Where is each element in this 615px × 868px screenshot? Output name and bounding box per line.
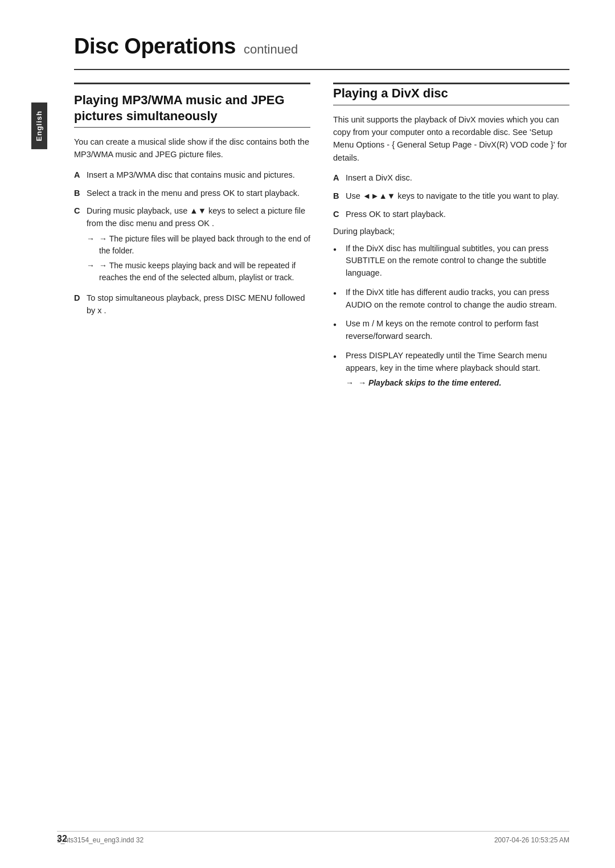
list-item: ● Use m / M keys on the remote control t…	[333, 318, 569, 343]
right-step-letter-a: A	[333, 172, 346, 185]
right-column: Playing a DivX disc This unit supports t…	[333, 83, 569, 399]
right-step-letter-b: B	[333, 190, 346, 203]
step-text-a: Insert a MP3/WMA disc that contains musi…	[87, 169, 310, 182]
during-playback-label: During playback;	[333, 227, 569, 236]
bullet-list: ● If the DivX disc has multilingual subt…	[333, 243, 569, 392]
left-section-rule-bottom	[74, 127, 310, 128]
step-c-main: During music playback, use ▲▼ keys to se…	[87, 206, 305, 228]
page-title: Disc Operations	[74, 34, 236, 59]
bullet-text-4-main: Press DISPLAY repeatedly until the Time …	[346, 351, 547, 372]
list-item: ● Press DISPLAY repeatedly until the Tim…	[333, 350, 569, 392]
right-step-text-b: Use ◄►▲▼ keys to navigate to the title y…	[346, 190, 569, 203]
page-header: Disc Operations continued	[74, 34, 569, 59]
right-section-title: Playing a DivX disc	[333, 85, 569, 101]
list-item: D To stop simultaneous playback, press D…	[74, 292, 310, 317]
step-letter-a: A	[74, 169, 87, 182]
left-steps-list: A Insert a MP3/WMA disc that contains mu…	[74, 169, 310, 317]
final-arrow-note: → → Playback skips to the time entered.	[346, 377, 569, 389]
bullet-text-2: If the DivX title has different audio tr…	[346, 286, 569, 312]
arrow-symbol-2: →	[87, 260, 99, 272]
step-letter-c: C	[74, 205, 87, 218]
right-step-letter-c: C	[333, 208, 346, 221]
arrow-text-2: → The music keeps playing back and will …	[99, 260, 310, 284]
list-item: C Press OK to start playback.	[333, 208, 569, 221]
step-letter-d: D	[74, 292, 87, 305]
right-intro: This unit supports the playback of DivX …	[333, 113, 569, 165]
bullet-text-1: If the DivX disc has multilingual subtit…	[346, 243, 569, 280]
list-item: ● If the DivX disc has multilingual subt…	[333, 243, 569, 280]
left-intro: You can create a musical slide show if t…	[74, 136, 310, 161]
list-item: B Use ◄►▲▼ keys to navigate to the title…	[333, 190, 569, 203]
step-text-d: To stop simultaneous playback, press DIS…	[87, 292, 310, 317]
side-label: English	[31, 103, 47, 149]
arrow-note-1: → → The picture files will be played bac…	[87, 233, 310, 257]
bullet-symbol-1: ●	[333, 243, 346, 253]
right-steps-list: A Insert a DivX disc. B Use ◄►▲▼ keys to…	[333, 172, 569, 220]
step-text-c: During music playback, use ▲▼ keys to se…	[87, 205, 310, 286]
list-item: ● If the DivX title has different audio …	[333, 286, 569, 312]
list-item: B Select a track in the menu and press O…	[74, 187, 310, 200]
step-text-b: Select a track in the menu and press OK …	[87, 187, 310, 200]
final-arrow-symbol: →	[346, 377, 358, 389]
header-rule	[74, 69, 569, 70]
bullet-text-3: Use m / M keys on the remote control to …	[346, 318, 569, 343]
content-area: Playing MP3/WMA music and JPEG pictures …	[74, 83, 569, 399]
footer-timestamp: 2007-04-26 10:53:25 AM	[494, 836, 569, 844]
page: English Disc Operations continued Playin…	[0, 0, 615, 868]
left-section-rule-top	[74, 83, 310, 84]
left-section-title: Playing MP3/WMA music and JPEG pictures …	[74, 92, 310, 124]
arrow-text-1: → The picture files will be played back …	[99, 233, 310, 257]
page-footer: 1_hts3154_eu_eng3.indd 32 2007-04-26 10:…	[57, 831, 569, 844]
left-column: Playing MP3/WMA music and JPEG pictures …	[74, 83, 310, 399]
right-step-text-c: Press OK to start playback.	[346, 208, 569, 221]
list-item: A Insert a DivX disc.	[333, 172, 569, 185]
list-item: A Insert a MP3/WMA disc that contains mu…	[74, 169, 310, 182]
bullet-symbol-4: ●	[333, 350, 346, 361]
right-step-text-a: Insert a DivX disc.	[346, 172, 569, 185]
right-section-rule-top	[333, 83, 569, 84]
bullet-text-4: Press DISPLAY repeatedly until the Time …	[346, 350, 569, 392]
arrow-note-2: → → The music keeps playing back and wil…	[87, 260, 310, 284]
arrow-symbol-1: →	[87, 233, 99, 245]
footer-filename: 1_hts3154_eu_eng3.indd 32	[57, 836, 144, 844]
step-letter-b: B	[74, 187, 87, 200]
page-continued: continued	[244, 42, 298, 57]
bullet-symbol-2: ●	[333, 286, 346, 297]
list-item: C During music playback, use ▲▼ keys to …	[74, 205, 310, 286]
right-section-rule-bottom	[333, 105, 569, 105]
final-arrow-text: → Playback skips to the time entered.	[358, 377, 501, 389]
bullet-symbol-3: ●	[333, 318, 346, 329]
